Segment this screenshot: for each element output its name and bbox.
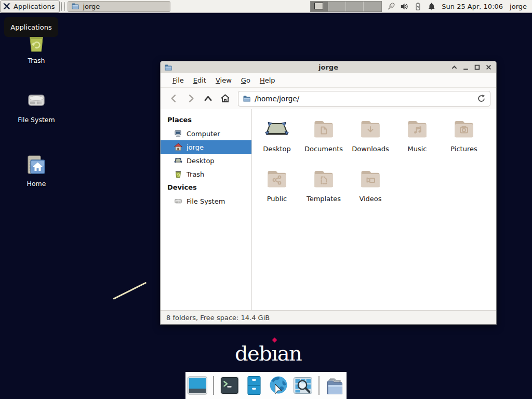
window-titlebar[interactable]: jorge: [161, 61, 496, 73]
dock-launcher-web-browser[interactable]: [268, 375, 289, 396]
path-input[interactable]: [255, 95, 473, 103]
sidebar-item-computer[interactable]: Computer: [161, 127, 251, 140]
minimize-button[interactable]: [462, 63, 470, 71]
workspace-switcher[interactable]: [310, 1, 382, 12]
desktop-icon-home[interactable]: Home: [12, 152, 60, 188]
desktop-icon-file-system[interactable]: File System: [12, 88, 60, 124]
home-button[interactable]: [218, 91, 232, 106]
folder-template-icon: [311, 166, 336, 191]
applications-button[interactable]: Applications: [0, 1, 60, 12]
homefolder48-icon: [24, 152, 49, 177]
dock-panel: [185, 372, 347, 399]
sidebar-item-label: Trash: [187, 170, 204, 178]
desktop-icon: [174, 156, 182, 165]
workspace-1[interactable]: [311, 2, 328, 11]
menu-file[interactable]: File: [168, 75, 189, 86]
file-item-pictures[interactable]: Pictures: [441, 115, 487, 165]
file-item-label: Public: [267, 195, 287, 203]
dock-separator: [318, 376, 320, 395]
menu-go[interactable]: Go: [236, 75, 255, 86]
maximize-button[interactable]: [473, 63, 481, 71]
file-item-label: Downloads: [352, 145, 389, 153]
taskbar-window-label: jorge: [83, 3, 100, 10]
sidebar-item-desktop[interactable]: Desktop: [161, 154, 251, 167]
file-item-label: Videos: [359, 195, 381, 203]
workspace-window-thumb: [314, 3, 323, 9]
file-item-label: Desktop: [263, 145, 291, 153]
forward-button[interactable]: [183, 91, 198, 106]
volume-icon[interactable]: [400, 2, 409, 11]
folder-icon: [71, 2, 79, 10]
file-manager-window: jorge FileEditViewGoHelp PlacesComputerj…: [160, 61, 497, 325]
menu-edit[interactable]: Edit: [189, 75, 211, 86]
dock-launcher-app-finder[interactable]: [292, 375, 313, 396]
applications-tooltip: Applications: [4, 17, 58, 37]
menu-view[interactable]: View: [211, 75, 236, 86]
dock-launcher-show-desktop[interactable]: [187, 375, 208, 396]
sidebar-header-devices: Devices: [161, 181, 251, 194]
file-item-videos[interactable]: Videos: [347, 165, 394, 215]
file-item-documents[interactable]: Documents: [300, 115, 347, 165]
window-folder-icon: [164, 63, 172, 72]
workspace-2[interactable]: [328, 2, 346, 11]
computer-icon: [174, 129, 182, 138]
file-item-desktop[interactable]: Desktop: [254, 115, 300, 165]
file-item-templates[interactable]: Templates: [300, 165, 347, 215]
statusbar-text: 8 folders, Free space: 14.4 GiB: [166, 314, 270, 322]
window-title: jorge: [161, 63, 496, 71]
cursor-trail-artifact: [113, 282, 147, 299]
file-item-downloads[interactable]: Downloads: [347, 115, 394, 165]
menubar: FileEditViewGoHelp: [161, 73, 496, 88]
notifications-icon[interactable]: [427, 2, 436, 11]
sidebar-header-places: Places: [161, 113, 251, 127]
workspace-4[interactable]: [364, 2, 381, 11]
sidebar-item-jorge[interactable]: jorge: [161, 140, 251, 154]
file-item-music[interactable]: Music: [394, 115, 441, 165]
trash-small-icon: [174, 170, 182, 178]
up-icon: [203, 93, 214, 104]
dock-launcher-folder-stack[interactable]: [325, 375, 345, 396]
shade-button[interactable]: [450, 63, 458, 71]
path-folder-icon: [243, 95, 251, 103]
dock-launcher-file-cabinet[interactable]: [244, 375, 264, 396]
file-item-label: Documents: [304, 145, 343, 153]
panel-grip[interactable]: [61, 2, 65, 11]
tooltip-text: Applications: [10, 23, 51, 31]
file-grid: DesktopDocumentsDownloadsMusicPicturesPu…: [252, 109, 496, 310]
taskbar-window-button[interactable]: jorge: [68, 1, 170, 12]
file-item-label: Templates: [307, 195, 341, 203]
folder-music-icon: [405, 116, 430, 141]
peripheral-icon[interactable]: [387, 2, 395, 11]
up-button[interactable]: [201, 91, 215, 106]
top-panel: Applications jorge Sun 25 Apr, 10:06 jor…: [0, 0, 532, 13]
desktop48-icon: [264, 116, 289, 141]
sidebar-item-file-system[interactable]: File System: [161, 194, 251, 208]
drive-small-icon: [174, 197, 182, 205]
sidebar-item-label: jorge: [187, 143, 204, 151]
desktop-icon-label: Home: [12, 180, 60, 188]
workspace-3[interactable]: [346, 2, 364, 11]
applications-label: Applications: [14, 3, 55, 10]
dock-launcher-terminal[interactable]: [219, 375, 240, 396]
dock-separator: [213, 376, 214, 395]
system-tray: [387, 2, 436, 11]
desktop-icon-label: Trash: [12, 57, 60, 64]
menu-help[interactable]: Help: [255, 75, 280, 86]
clock[interactable]: Sun 25 Apr, 10:06: [442, 3, 503, 10]
file-item-public[interactable]: Public: [254, 165, 300, 215]
desktop-icon-label: File System: [12, 116, 60, 124]
reload-icon[interactable]: [477, 94, 486, 103]
back-button[interactable]: [166, 91, 181, 106]
folder-document-icon: [311, 116, 336, 141]
location-bar[interactable]: [238, 91, 490, 107]
battery-icon[interactable]: [414, 2, 422, 11]
toolbar: [161, 88, 496, 109]
sidebar-item-trash[interactable]: Trash: [161, 167, 251, 181]
close-button[interactable]: [485, 63, 493, 71]
sidebar-item-label: Desktop: [187, 157, 215, 165]
sidebar: PlacesComputerjorgeDesktopTrashDevicesFi…: [161, 109, 252, 310]
sidebar-item-label: File System: [187, 197, 225, 205]
forward-icon: [185, 93, 196, 104]
username-label: jorge: [510, 3, 527, 10]
xfce-menu-icon: [3, 2, 11, 10]
